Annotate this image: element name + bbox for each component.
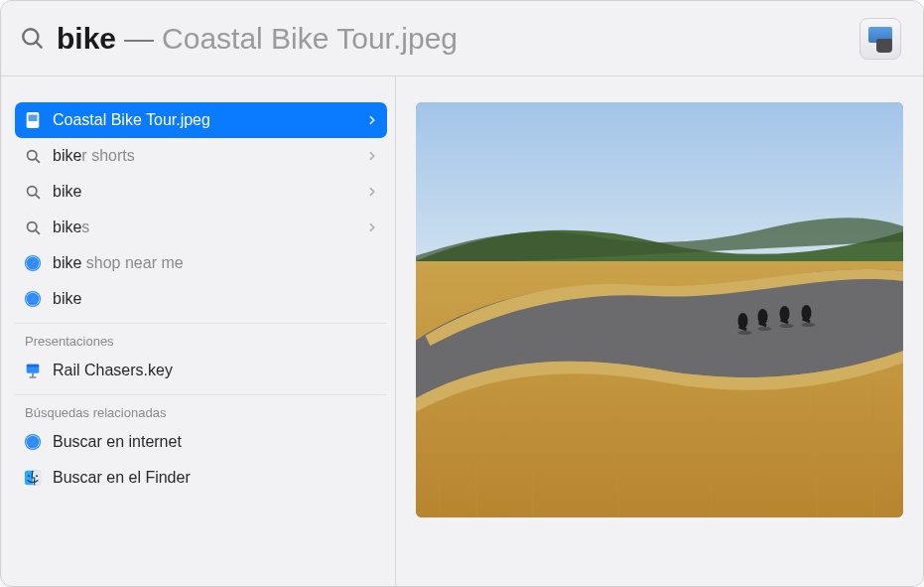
result-label: Rail Chasers.key [53, 362, 377, 379]
svg-rect-21 [27, 365, 40, 367]
svg-point-32 [36, 475, 38, 477]
svg-point-31 [28, 475, 30, 477]
search-input[interactable]: bike — Coastal Bike Tour.jpeg [57, 22, 859, 56]
suggestion-label: bike shop near me [53, 254, 377, 272]
result-row[interactable]: Buscar en internet [15, 424, 387, 460]
top-hit-label: Coastal Bike Tour.jpeg [53, 111, 367, 129]
svg-point-46 [802, 323, 816, 327]
svg-rect-23 [29, 376, 36, 377]
finder-icon [23, 468, 43, 488]
suggestion-label: bike [53, 183, 367, 201]
preview-app-icon [859, 18, 901, 60]
search-icon [23, 218, 43, 237]
result-row[interactable]: Rail Chasers.key [15, 353, 387, 388]
suggestion-row[interactable]: bike shop near me [15, 245, 387, 281]
jpeg-file-icon [23, 110, 43, 130]
suggestion-row[interactable]: bike [15, 174, 387, 210]
safari-icon [23, 289, 43, 309]
result-label: Buscar en internet [53, 433, 377, 451]
preview-pane [396, 76, 923, 586]
suggestion-label: bikes [53, 219, 367, 236]
preview-image [416, 102, 903, 517]
result-label: Buscar en el Finder [53, 469, 377, 487]
svg-line-9 [36, 230, 39, 233]
spotlight-window: bike — Coastal Bike Tour.jpeg Coastal Bi… [0, 0, 924, 587]
suggestion-label: bike [53, 290, 377, 308]
suggestion-row[interactable]: bikes [15, 210, 387, 245]
search-icon [23, 182, 43, 202]
suggestion-row[interactable]: bike [15, 281, 387, 317]
search-icon [19, 25, 47, 53]
result-row[interactable]: Buscar en el Finder [15, 460, 387, 496]
search-query-text: bike [57, 22, 116, 56]
svg-point-12 [27, 257, 40, 270]
svg-rect-3 [29, 115, 38, 121]
search-completion-text: Coastal Bike Tour.jpeg [162, 22, 458, 56]
svg-line-5 [36, 159, 39, 162]
safari-icon [23, 432, 43, 452]
safari-icon [23, 253, 43, 273]
chevron-right-icon [367, 115, 377, 125]
suggestion-label: biker shorts [53, 147, 367, 165]
svg-point-17 [27, 293, 40, 306]
svg-point-44 [758, 327, 772, 331]
section-header: Búsquedas relacionadas [15, 394, 387, 424]
search-bar: bike — Coastal Bike Tour.jpeg [1, 1, 923, 76]
section-header: Presentaciones [15, 323, 387, 353]
completion-separator: — [124, 22, 154, 56]
svg-point-26 [27, 436, 40, 449]
svg-point-45 [780, 324, 794, 328]
svg-line-1 [36, 42, 41, 47]
results-sidebar: Coastal Bike Tour.jpeg biker shorts bike… [1, 76, 396, 586]
chevron-right-icon [367, 187, 377, 197]
keynote-icon [23, 361, 43, 380]
chevron-right-icon [367, 151, 377, 161]
top-hit-row[interactable]: Coastal Bike Tour.jpeg [15, 102, 387, 138]
search-icon [23, 146, 43, 166]
svg-point-43 [738, 331, 752, 335]
suggestion-row[interactable]: biker shorts [15, 138, 387, 174]
chevron-right-icon [367, 222, 377, 232]
svg-line-7 [36, 195, 39, 198]
body: Coastal Bike Tour.jpeg biker shorts bike… [1, 76, 923, 586]
